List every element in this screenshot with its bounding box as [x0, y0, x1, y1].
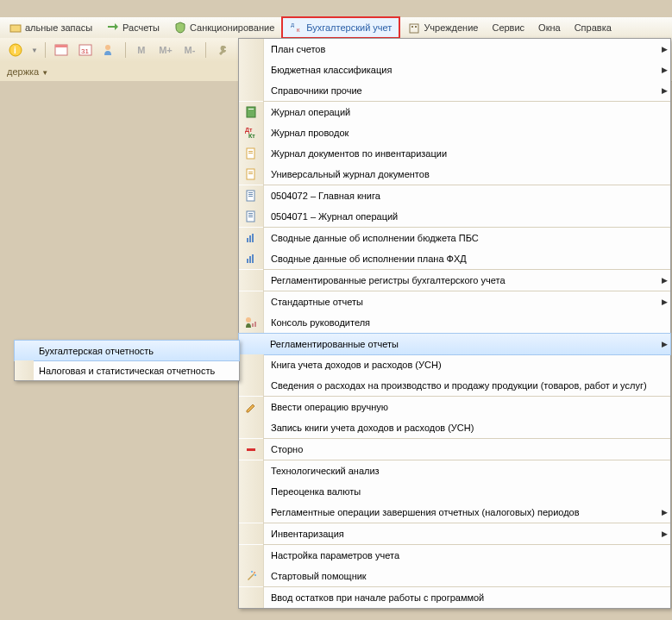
svg-point-12 [105, 45, 110, 50]
separator [45, 42, 46, 58]
dd-chart-of-accounts[interactable]: План счетов▶ [239, 39, 670, 59]
menu-label: Сервис [492, 22, 524, 33]
svg-rect-34 [247, 259, 248, 263]
menu-windows[interactable]: Окна [531, 18, 568, 37]
dd-label: Переоценка валюты [264, 486, 670, 497]
form-icon [239, 185, 264, 206]
blank-icon [239, 291, 264, 312]
box-icon [9, 21, 22, 34]
menu-material-reserves[interactable]: альные запасы [2, 18, 99, 37]
submenu-accounting-reports[interactable]: Бухгалтерская отчетность [14, 340, 240, 361]
dd-label: Сведения о расходах на производство и пр… [264, 380, 670, 391]
dd-label: Технологический анализ [264, 466, 670, 476]
blank-icon [239, 587, 264, 608]
dd-label: Книга учета доходов и расходов (УСН) [264, 360, 670, 370]
dd-summary-fhd[interactable]: Сводные данные об исполнении плана ФХД [239, 248, 670, 269]
chevron-right-icon: ▶ [658, 276, 670, 285]
dd-mgr-console[interactable]: Консоль руководителя [239, 312, 670, 333]
menu-settlements[interactable]: Расчеты [99, 18, 166, 37]
memory-m-plus[interactable]: M+ [157, 41, 174, 59]
dk-icon: ДтКт [239, 122, 264, 143]
dd-initial-balances[interactable]: Ввод остатков при начале работы с програ… [239, 587, 670, 608]
svg-text:i: i [14, 46, 16, 55]
svg-rect-29 [248, 215, 253, 216]
svg-rect-3 [410, 24, 418, 33]
dd-std-reports[interactable]: Стандартные отчеты▶ [239, 291, 670, 312]
dd-budget-classification[interactable]: Бюджетная классификация▶ [239, 59, 670, 80]
dd-reg-reports[interactable]: Регламентированные отчеты▶ [238, 333, 671, 355]
svg-rect-21 [248, 172, 253, 172]
svg-text:К: К [297, 28, 300, 33]
dd-acct-settings[interactable]: Настройка параметров учета [239, 545, 670, 566]
dd-universal-journal[interactable]: Универсальный журнал документов [239, 164, 670, 185]
submenu-tax-stat-reports[interactable]: Налоговая и статистическая отчетность [15, 360, 239, 380]
dd-other-refs[interactable]: Справочники прочие▶ [239, 80, 670, 101]
svg-text:31: 31 [81, 47, 89, 55]
dd-period-ops[interactable]: Регламентные операции завершения отчетны… [239, 502, 670, 523]
dd-posting-journal[interactable]: ДтКтЖурнал проводок [239, 122, 670, 143]
dd-label: Регламентные операции завершения отчетны… [264, 507, 658, 517]
blank-icon [239, 354, 264, 375]
dropdown-icon[interactable]: ▼ [31, 47, 38, 54]
svg-text:Д: Д [291, 22, 294, 28]
calendar-icon[interactable] [53, 41, 70, 59]
svg-rect-18 [248, 151, 253, 152]
dd-usn-record[interactable]: Запись книги учета доходов и расходов (У… [239, 417, 670, 438]
menu-help[interactable]: Справка [568, 18, 619, 37]
accounting-dropdown: План счетов▶Бюджетная классификация▶Спра… [238, 38, 671, 609]
menu-sanctioning[interactable]: Санкционирование [166, 18, 281, 37]
dd-label: Регламентированные регистры бухгалтерско… [264, 275, 658, 285]
dd-tech-analysis[interactable]: Технологический анализ [239, 460, 670, 481]
ledger-icon: ДК [290, 21, 304, 34]
dd-label: Настройка параметров учета [264, 550, 670, 561]
svg-rect-9 [55, 45, 67, 47]
chevron-right-icon: ▶ [658, 340, 670, 348]
memory-m-minus[interactable]: M- [181, 41, 198, 59]
blank-icon [239, 481, 264, 502]
form-icon [239, 206, 264, 227]
menu-service[interactable]: Сервис [485, 18, 531, 37]
dd-expense-info[interactable]: Сведения о расходах на производство и пр… [239, 375, 670, 396]
menu-accounting[interactable]: ДК Бухгалтерский учет [281, 16, 400, 39]
svg-rect-40 [247, 448, 255, 451]
dd-form-0504071[interactable]: 0504071 – Журнал операций [239, 206, 670, 227]
dd-label: Журнал проводок [264, 128, 670, 138]
svg-rect-24 [248, 192, 253, 193]
blank-icon [239, 39, 264, 59]
dd-inventory[interactable]: Инвентаризация▶ [239, 523, 670, 544]
menu-institution[interactable]: Учреждение [400, 18, 485, 37]
blank-icon [15, 341, 34, 360]
dd-op-journal[interactable]: Журнал операций [239, 102, 670, 122]
dd-label: Журнал операций [264, 107, 670, 117]
arrows-icon [106, 21, 120, 34]
svg-rect-35 [249, 256, 251, 263]
info-icon[interactable]: i [7, 41, 24, 59]
dd-currency-reval[interactable]: Переоценка валюты [239, 481, 670, 502]
memory-m[interactable]: M [133, 41, 150, 59]
dd-label: 0504072 – Главная книга [264, 191, 670, 201]
dd-storno[interactable]: Сторно [239, 439, 670, 460]
chevron-right-icon: ▶ [658, 529, 670, 538]
chevron-right-icon: ▶ [658, 45, 670, 53]
user-icon[interactable] [101, 41, 118, 59]
dd-form-0504072[interactable]: 0504072 – Главная книга [239, 185, 670, 206]
dd-manual-op[interactable]: Ввести операцию вручную [239, 397, 670, 417]
dd-inv-doc-journal[interactable]: Журнал документов по инвентаризации [239, 143, 670, 164]
date-icon[interactable]: 31 [77, 41, 94, 59]
dd-start-helper[interactable]: Стартовый помощник [239, 566, 670, 586]
blank-icon [239, 59, 264, 80]
wrench-icon[interactable] [213, 41, 230, 59]
blank-icon [239, 523, 264, 544]
svg-rect-25 [248, 194, 253, 195]
dd-reg-registers[interactable]: Регламентированные регистры бухгалтерско… [239, 270, 670, 291]
svg-rect-39 [254, 322, 256, 327]
tab-support[interactable]: держка ▼ [2, 65, 53, 78]
dd-summary-pbc[interactable]: Сводные данные об исполнении бюджета ПБС [239, 228, 670, 248]
blank-icon [239, 417, 264, 438]
blank-icon [239, 334, 263, 354]
dd-usn-book[interactable]: Книга учета доходов и расходов (УСН) [239, 354, 670, 375]
menu-label: Бухгалтерский учет [306, 22, 392, 33]
menubar: альные запасы Расчеты Санкционирование Д… [0, 17, 672, 39]
submenu-label: Налоговая и статистическая отчетность [34, 366, 215, 376]
dd-label: Сводные данные об исполнении плана ФХД [264, 254, 670, 264]
